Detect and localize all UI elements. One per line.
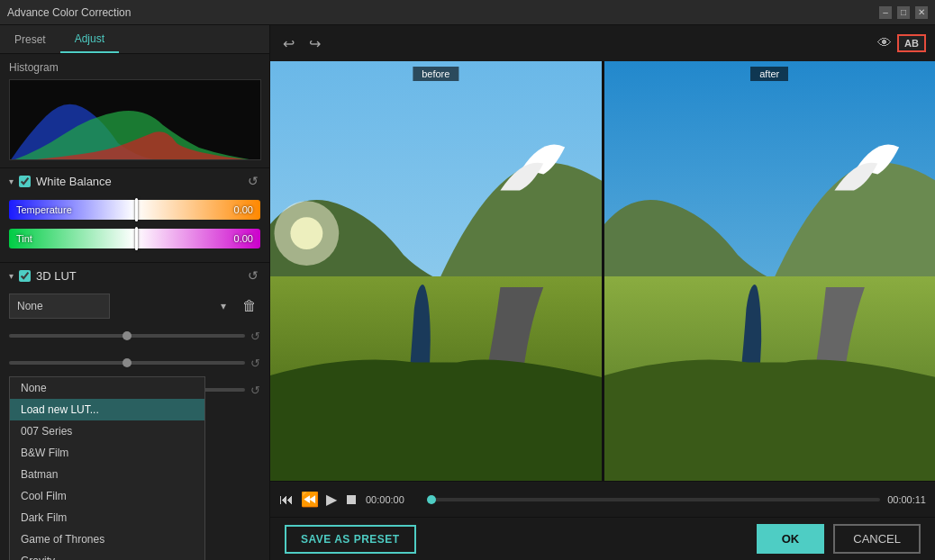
- lut-select[interactable]: None Load new LUT... 007 Series B&W Film…: [9, 294, 110, 319]
- title-bar: Advance Color Correction – □ ✕: [0, 0, 935, 25]
- tint-value: 0.00: [234, 233, 253, 244]
- tint-row: Tint 0.00: [9, 226, 260, 251]
- video-after: after: [604, 61, 936, 481]
- lut-option-none[interactable]: None: [10, 377, 204, 399]
- lut-select-wrapper: None Load new LUT... 007 Series B&W Film…: [9, 294, 233, 319]
- extra-slider-2-thumb[interactable]: [123, 358, 132, 367]
- white-balance-chevron[interactable]: ▾: [9, 176, 14, 186]
- minimize-button[interactable]: –: [879, 6, 892, 19]
- histogram-section: Histogram: [0, 54, 269, 167]
- temperature-thumb[interactable]: [135, 198, 138, 221]
- main-layout: Preset Adjust Histogram ▾: [0, 25, 935, 560]
- tab-adjust[interactable]: Adjust: [60, 25, 119, 53]
- lut-option-007[interactable]: 007 Series: [10, 420, 204, 442]
- close-button[interactable]: ✕: [915, 6, 928, 19]
- toolbar-right: 👁 AB: [877, 34, 926, 52]
- white-balance-reset[interactable]: ↺: [246, 174, 260, 188]
- lut-checkbox[interactable]: [19, 270, 31, 282]
- ab-compare-button[interactable]: AB: [897, 34, 926, 52]
- bottom-bar: SAVE AS PRESET OK CANCEL: [270, 517, 935, 560]
- white-balance-header: ▾ White Balance ↺: [0, 167, 269, 194]
- lut-option-dark[interactable]: Dark Film: [10, 507, 204, 528]
- lut-delete-button[interactable]: 🗑: [239, 296, 260, 316]
- lut-reset[interactable]: ↺: [246, 268, 260, 283]
- video-divider: [602, 61, 604, 481]
- lut-option-batman[interactable]: Batman: [10, 464, 204, 485]
- step-back-button[interactable]: ⏪: [301, 491, 319, 508]
- lut-option-load[interactable]: Load new LUT...: [10, 399, 204, 420]
- ok-button[interactable]: OK: [757, 524, 825, 554]
- extra-reset-3[interactable]: ↺: [250, 384, 260, 397]
- maximize-button[interactable]: □: [897, 6, 910, 19]
- extra-slider-row-2: ↺: [9, 351, 260, 375]
- histogram-title: Histogram: [9, 61, 260, 74]
- svg-point-2: [290, 217, 322, 249]
- extra-reset-1[interactable]: ↺: [250, 330, 260, 343]
- histogram-svg: [10, 80, 261, 160]
- tint-thumb[interactable]: [135, 227, 138, 250]
- progress-dot[interactable]: [427, 495, 436, 504]
- playback-bar: ⏮ ⏪ ▶ ⏹ 00:00:00 00:00:11: [270, 481, 935, 517]
- video-preview: before: [270, 61, 935, 481]
- tint-slider[interactable]: Tint 0.00: [9, 229, 260, 248]
- action-buttons: OK CANCEL: [757, 524, 921, 554]
- play-button[interactable]: ▶: [326, 491, 337, 508]
- lut-chevron[interactable]: ▾: [9, 271, 14, 281]
- save-preset-button[interactable]: SAVE AS PRESET: [285, 525, 416, 554]
- top-toolbar: ↩ ↪ 👁 AB: [270, 25, 935, 61]
- right-panel: ↩ ↪ 👁 AB before: [270, 25, 935, 560]
- temperature-row: Temperature 0.00: [9, 197, 260, 222]
- video-before: before: [270, 61, 602, 481]
- lut-option-bw[interactable]: B&W Film: [10, 442, 204, 464]
- lut-label: 3D LUT: [36, 269, 241, 283]
- before-label: before: [413, 67, 458, 81]
- lut-option-gravity[interactable]: Gravity: [10, 550, 204, 560]
- tab-bar: Preset Adjust: [0, 25, 269, 54]
- lut-controls: None Load new LUT... 007 Series B&W Film…: [0, 288, 269, 324]
- lut-option-got[interactable]: Game of Thrones: [10, 528, 204, 550]
- redo-button[interactable]: ↪: [305, 33, 324, 54]
- extra-slider-row-1: ↺: [9, 324, 260, 348]
- cancel-button[interactable]: CANCEL: [833, 524, 921, 554]
- extra-slider-1-thumb[interactable]: [123, 331, 132, 340]
- temperature-value: 0.00: [234, 204, 253, 215]
- tint-label: Tint: [16, 233, 32, 244]
- undo-button[interactable]: ↩: [279, 33, 298, 54]
- extra-reset-2[interactable]: ↺: [250, 357, 260, 370]
- window-controls: – □ ✕: [879, 6, 928, 19]
- white-balance-label: White Balance: [36, 175, 241, 188]
- slider-section: Temperature 0.00 Tint 0.00: [0, 194, 269, 262]
- lut-dropdown: None Load new LUT... 007 Series B&W Film…: [9, 376, 205, 560]
- temperature-slider[interactable]: Temperature 0.00: [9, 200, 260, 220]
- histogram-canvas: [9, 79, 261, 160]
- skip-back-button[interactable]: ⏮: [279, 492, 294, 508]
- visibility-button[interactable]: 👁: [877, 34, 892, 52]
- tab-preset[interactable]: Preset: [0, 25, 60, 53]
- current-time: 00:00:00: [366, 494, 420, 505]
- before-scene: [270, 61, 602, 481]
- after-label: after: [750, 67, 788, 81]
- window-title: Advance Color Correction: [7, 6, 131, 19]
- left-panel: Preset Adjust Histogram ▾: [0, 25, 270, 560]
- white-balance-checkbox[interactable]: [19, 176, 31, 187]
- lut-option-cool[interactable]: Cool Film: [10, 485, 204, 507]
- progress-bar[interactable]: [427, 498, 880, 501]
- temperature-label: Temperature: [16, 204, 72, 215]
- toolbar-left: ↩ ↪: [279, 33, 324, 54]
- extra-slider-2[interactable]: [9, 361, 245, 365]
- lut-header: ▾ 3D LUT ↺: [0, 262, 269, 288]
- extra-slider-1[interactable]: [9, 334, 245, 338]
- end-time: 00:00:11: [887, 494, 926, 505]
- after-scene: [604, 61, 936, 481]
- stop-button[interactable]: ⏹: [344, 492, 359, 508]
